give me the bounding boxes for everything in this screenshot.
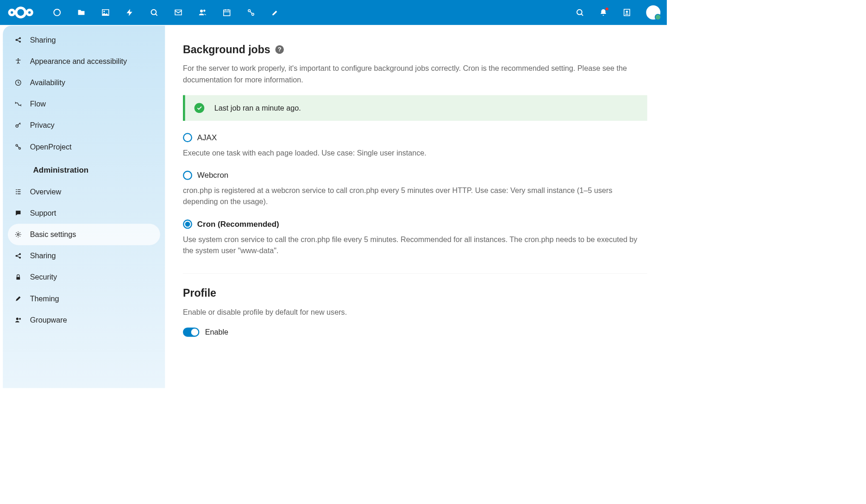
svg-point-1 bbox=[9, 10, 14, 15]
share-icon bbox=[14, 252, 22, 260]
photos-icon[interactable] bbox=[101, 8, 110, 17]
clock-icon bbox=[14, 79, 22, 87]
admin-section-header: Administration bbox=[3, 157, 165, 181]
svg-rect-26 bbox=[16, 277, 20, 280]
bgjobs-title: Background jobs ? bbox=[183, 44, 647, 56]
accessibility-icon bbox=[14, 57, 22, 65]
toggle-switch[interactable] bbox=[183, 328, 199, 337]
nextcloud-logo[interactable] bbox=[6, 6, 35, 20]
sidebar-item-label: Appearance and accessibility bbox=[30, 57, 127, 65]
help-icon[interactable]: ? bbox=[275, 45, 283, 54]
success-text: Last job ran a minute ago. bbox=[214, 104, 301, 112]
svg-point-6 bbox=[200, 10, 203, 12]
sidebar-item-availability[interactable]: Availability bbox=[3, 72, 165, 93]
radio-label: Webcron bbox=[197, 170, 228, 180]
svg-point-0 bbox=[16, 8, 25, 17]
sidebar-item-label: Security bbox=[30, 273, 57, 281]
key-icon bbox=[14, 122, 22, 130]
sidebar-item-privacy[interactable]: Privacy bbox=[3, 115, 165, 136]
search-icon[interactable] bbox=[576, 8, 584, 17]
mail-icon[interactable] bbox=[174, 8, 182, 17]
svg-point-4 bbox=[103, 11, 105, 12]
sidebar-item-label: Flow bbox=[30, 100, 46, 108]
share-icon bbox=[14, 36, 22, 44]
support-icon bbox=[14, 209, 22, 217]
search-circle-icon[interactable] bbox=[150, 8, 158, 17]
sidebar-item-label: Groupware bbox=[30, 316, 67, 324]
avatar[interactable] bbox=[646, 6, 660, 20]
sidebar-item-flow[interactable]: Flow bbox=[3, 93, 165, 115]
sidebar-item-security[interactable]: Security bbox=[3, 267, 165, 288]
edit-icon[interactable] bbox=[271, 8, 279, 17]
sidebar-item-theming[interactable]: Theming bbox=[3, 288, 165, 309]
bgjobs-option-cron[interactable]: Cron (Recommended) bbox=[183, 219, 647, 229]
svg-point-2 bbox=[27, 10, 32, 15]
sidebar-item-label: Theming bbox=[30, 294, 59, 303]
sidebar-item-label: Overview bbox=[30, 187, 61, 196]
sidebar: SharingAppearance and accessibilityAvail… bbox=[3, 25, 165, 388]
bgjobs-option-webcron[interactable]: Webcron bbox=[183, 170, 647, 180]
sidebar-item-label: Support bbox=[30, 209, 56, 217]
profile-desc: Enable or disable profile by default for… bbox=[183, 306, 647, 317]
openproject-icon bbox=[14, 143, 22, 151]
files-icon[interactable] bbox=[77, 8, 85, 17]
svg-point-5 bbox=[151, 10, 156, 15]
theming-icon bbox=[14, 295, 22, 303]
groupware-icon bbox=[14, 316, 22, 324]
sidebar-item-label: Availability bbox=[30, 78, 65, 87]
radio-desc: cron.php is registered at a webcron serv… bbox=[183, 185, 647, 207]
top-bar bbox=[0, 0, 667, 25]
contacts-menu-icon[interactable] bbox=[622, 8, 631, 17]
svg-point-3 bbox=[54, 9, 60, 16]
dashboard-icon[interactable] bbox=[53, 8, 61, 17]
integration-icon[interactable] bbox=[247, 8, 255, 17]
profile-title: Profile bbox=[183, 287, 647, 299]
svg-rect-8 bbox=[224, 10, 230, 16]
sidebar-item-support[interactable]: Support bbox=[3, 202, 165, 224]
sidebar-item-label: Privacy bbox=[30, 121, 55, 130]
activity-icon[interactable] bbox=[126, 8, 134, 17]
overview-icon bbox=[14, 188, 22, 196]
svg-point-22 bbox=[17, 234, 19, 236]
contacts-icon[interactable] bbox=[198, 8, 207, 17]
sidebar-item-appearance-and-accessibility[interactable]: Appearance and accessibility bbox=[3, 50, 165, 72]
calendar-icon[interactable] bbox=[222, 8, 231, 17]
radio-button[interactable] bbox=[183, 133, 192, 142]
svg-point-27 bbox=[16, 317, 19, 320]
radio-button[interactable] bbox=[183, 170, 192, 180]
svg-point-11 bbox=[577, 10, 582, 15]
sidebar-item-openproject[interactable]: OpenProject bbox=[3, 136, 165, 157]
flow-icon bbox=[14, 100, 22, 108]
check-icon bbox=[195, 103, 205, 113]
main-content: Background jobs ? For the server to work… bbox=[165, 25, 667, 388]
svg-point-19 bbox=[16, 125, 18, 127]
lock-icon bbox=[14, 274, 22, 281]
divider bbox=[183, 273, 647, 274]
bgjobs-desc: For the server to work properly, it's im… bbox=[183, 63, 647, 86]
profile-toggle[interactable]: Enable bbox=[183, 328, 647, 337]
sidebar-item-label: Basic settings bbox=[30, 230, 76, 238]
sidebar-item-overview[interactable]: Overview bbox=[3, 181, 165, 202]
sidebar-item-label: OpenProject bbox=[30, 143, 72, 151]
toggle-label: Enable bbox=[205, 328, 228, 336]
radio-desc: Execute one task with each page loaded. … bbox=[183, 147, 647, 158]
svg-point-28 bbox=[19, 318, 21, 320]
success-banner: Last job ran a minute ago. bbox=[183, 95, 647, 121]
svg-point-13 bbox=[626, 11, 628, 13]
svg-point-7 bbox=[203, 10, 206, 12]
sidebar-item-basic-settings[interactable]: Basic settings bbox=[8, 224, 160, 245]
settings-icon bbox=[14, 230, 22, 238]
radio-label: Cron (Recommended) bbox=[197, 219, 279, 229]
sidebar-item-label: Sharing bbox=[30, 36, 56, 44]
radio-desc: Use system cron service to call the cron… bbox=[183, 234, 647, 256]
radio-label: AJAX bbox=[197, 133, 217, 142]
bgjobs-option-ajax[interactable]: AJAX bbox=[183, 133, 647, 142]
svg-point-17 bbox=[18, 58, 19, 60]
sidebar-item-groupware[interactable]: Groupware bbox=[3, 309, 165, 330]
sidebar-item-label: Sharing bbox=[30, 252, 56, 260]
notifications-icon[interactable] bbox=[599, 8, 608, 17]
radio-button[interactable] bbox=[183, 219, 192, 229]
sidebar-item-sharing[interactable]: Sharing bbox=[3, 245, 165, 267]
sidebar-item-sharing[interactable]: Sharing bbox=[3, 29, 165, 50]
